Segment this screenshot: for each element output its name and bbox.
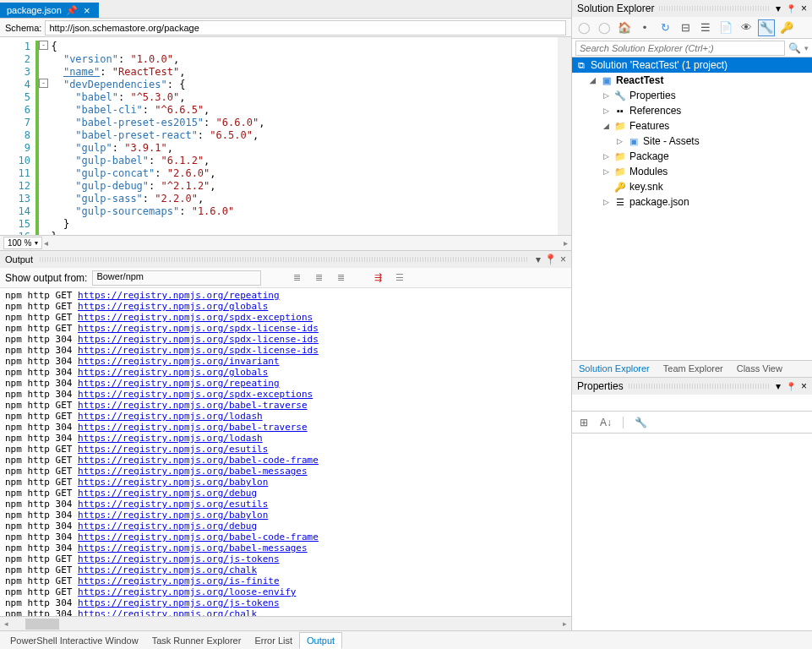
properties-icon[interactable]: 📄: [717, 19, 734, 36]
dropdown-icon[interactable]: ▾: [536, 254, 541, 265]
output-body[interactable]: npm http GET https://registry.npmjs.org/…: [0, 288, 571, 616]
output-link[interactable]: https://registry.npmjs.org/loose-envify: [78, 586, 296, 597]
output-link[interactable]: https://registry.npmjs.org/js-tokens: [78, 597, 279, 608]
show-all-icon[interactable]: ☰: [697, 19, 714, 36]
back-icon[interactable]: ◯: [575, 19, 592, 36]
output-link[interactable]: https://registry.npmjs.org/babylon: [78, 477, 268, 488]
pin-icon[interactable]: 📍: [786, 4, 796, 14]
output-link[interactable]: https://registry.npmjs.org/spdx-exceptio…: [78, 389, 313, 400]
output-link[interactable]: https://registry.npmjs.org/repeating: [78, 378, 279, 389]
zoom-dropdown[interactable]: 100 % ▾: [3, 237, 42, 249]
expander-icon[interactable]: ▷: [601, 166, 611, 177]
forward-icon[interactable]: ◯: [596, 19, 613, 36]
solution-search-input[interactable]: [575, 41, 785, 56]
output-link[interactable]: https://registry.npmjs.org/babel-message…: [78, 466, 308, 477]
code-editor[interactable]: 1234567891011121314151617 { "version": "…: [0, 37, 571, 235]
expander-icon[interactable]: ▷: [601, 197, 611, 207]
output-link[interactable]: https://registry.npmjs.org/babel-travers…: [78, 422, 308, 433]
output-link[interactable]: https://registry.npmjs.org/spdx-license-…: [78, 334, 319, 345]
output-link[interactable]: https://registry.npmjs.org/chalk: [78, 608, 257, 616]
properties-node[interactable]: ▷ 🔧 Properties: [572, 88, 812, 103]
bottom-tab-output[interactable]: Output: [299, 632, 342, 649]
alphabetical-icon[interactable]: A↓: [597, 414, 614, 431]
wrench-icon[interactable]: 🔧: [632, 414, 649, 431]
output-link[interactable]: https://registry.npmjs.org/debug: [78, 488, 257, 499]
toggle-wrap-icon[interactable]: ⇶: [369, 270, 386, 286]
output-link[interactable]: https://registry.npmjs.org/repeating: [78, 290, 279, 301]
chevron-left-icon[interactable]: ◂: [44, 238, 48, 248]
pin-icon[interactable]: 📌: [67, 5, 77, 15]
close-icon[interactable]: ×: [801, 380, 807, 392]
expander-icon[interactable]: ◢: [587, 75, 597, 85]
key-snk-node[interactable]: ▷ 🔑 key.snk: [572, 179, 812, 194]
list-icon[interactable]: ☰: [391, 270, 408, 286]
expander-icon[interactable]: ▷: [601, 106, 611, 116]
output-link[interactable]: https://registry.npmjs.org/spdx-exceptio…: [78, 312, 313, 323]
search-icon[interactable]: 🔍: [788, 42, 801, 54]
fold-icon[interactable]: -: [39, 79, 48, 88]
categorized-icon[interactable]: ⊞: [575, 414, 592, 431]
output-link[interactable]: https://registry.npmjs.org/babel-code-fr…: [78, 455, 319, 466]
tab-team-explorer[interactable]: Team Explorer: [657, 361, 730, 377]
expander-icon[interactable]: ▷: [601, 151, 611, 161]
output-link[interactable]: https://registry.npmjs.org/js-tokens: [78, 554, 279, 564]
bottom-tab-task-runner-explorer[interactable]: Task Runner Explorer: [145, 633, 248, 648]
dropdown-icon[interactable]: ▾: [776, 380, 781, 392]
output-link[interactable]: https://registry.npmjs.org/esutils: [78, 499, 268, 510]
package-node[interactable]: ▷ 📁 Package: [572, 149, 812, 164]
bottom-tab-powershell-interactive-window[interactable]: PowerShell Interactive Window: [3, 633, 145, 648]
collapse-icon[interactable]: ⊟: [677, 19, 694, 36]
output-link[interactable]: https://registry.npmjs.org/babel-code-fr…: [78, 532, 319, 543]
output-link[interactable]: https://registry.npmjs.org/babylon: [78, 510, 268, 521]
preview-icon[interactable]: 👁: [738, 19, 755, 36]
output-source-select[interactable]: Bower/npm: [92, 270, 261, 286]
solution-node[interactable]: ⧉ Solution 'ReactTest' (1 project): [572, 57, 812, 73]
sync-icon[interactable]: •: [636, 19, 653, 36]
features-node[interactable]: ◢ 📁 Features: [572, 118, 812, 134]
output-link[interactable]: https://registry.npmjs.org/babel-message…: [78, 543, 308, 554]
solution-tree[interactable]: ⧉ Solution 'ReactTest' (1 project) ◢ ▣ R…: [572, 57, 812, 209]
bottom-tab-error-list[interactable]: Error List: [248, 633, 299, 648]
references-node[interactable]: ▷ ▪▪ References: [572, 103, 812, 118]
project-node[interactable]: ◢ ▣ ReactTest: [572, 73, 812, 88]
modules-node[interactable]: ▷ 📁 Modules: [572, 164, 812, 179]
output-link[interactable]: https://registry.npmjs.org/lodash: [78, 433, 263, 444]
output-link[interactable]: https://registry.npmjs.org/spdx-license-…: [78, 323, 319, 334]
tab-class-view[interactable]: Class View: [730, 361, 789, 377]
pin-icon[interactable]: 📍: [544, 254, 557, 265]
expander-icon[interactable]: ◢: [601, 121, 611, 131]
fold-icon[interactable]: -: [39, 41, 48, 50]
editor-tab-package-json[interactable]: package.json 📌 ×: [0, 3, 99, 18]
chevron-down-icon[interactable]: ▾: [804, 44, 809, 52]
output-link[interactable]: https://registry.npmjs.org/debug: [78, 521, 257, 532]
go-to-prev-icon[interactable]: ≣: [288, 270, 305, 286]
output-link[interactable]: https://registry.npmjs.org/babel-travers…: [78, 400, 308, 411]
refresh-icon[interactable]: ↻: [657, 19, 673, 36]
output-link[interactable]: https://registry.npmjs.org/globals: [78, 301, 268, 312]
wrench-icon[interactable]: 🔧: [758, 19, 775, 36]
go-to-next-icon[interactable]: ≣: [310, 270, 327, 286]
site-assets-node[interactable]: ▷ ▣ Site - Assets: [572, 134, 812, 149]
output-link[interactable]: https://registry.npmjs.org/spdx-license-…: [78, 345, 319, 356]
output-link[interactable]: https://registry.npmjs.org/esutils: [78, 444, 268, 455]
dropdown-icon[interactable]: ▾: [776, 3, 781, 14]
output-link[interactable]: https://registry.npmjs.org/chalk: [78, 564, 257, 575]
home-icon[interactable]: 🏠: [616, 19, 633, 36]
output-link[interactable]: https://registry.npmjs.org/globals: [78, 367, 268, 378]
close-icon[interactable]: ×: [560, 254, 566, 265]
output-hscrollbar[interactable]: ◂▸: [0, 616, 571, 630]
tab-solution-explorer[interactable]: Solution Explorer: [572, 361, 657, 377]
package-json-node[interactable]: ▷ ☰ package.json: [572, 194, 812, 209]
output-link[interactable]: https://registry.npmjs.org/is-finite: [78, 575, 279, 586]
expander-icon[interactable]: ▷: [614, 136, 624, 146]
clear-icon[interactable]: ≣: [332, 270, 349, 286]
output-link[interactable]: https://registry.npmjs.org/lodash: [78, 411, 263, 422]
chevron-right-icon[interactable]: ▸: [564, 238, 568, 248]
close-icon[interactable]: ×: [801, 3, 807, 14]
key-icon[interactable]: 🔑: [778, 19, 795, 36]
expander-icon[interactable]: ▷: [601, 90, 611, 101]
schema-input[interactable]: [45, 20, 566, 35]
close-icon[interactable]: ×: [82, 5, 92, 15]
pin-icon[interactable]: 📍: [786, 382, 796, 391]
output-link[interactable]: https://registry.npmjs.org/invariant: [78, 356, 279, 367]
